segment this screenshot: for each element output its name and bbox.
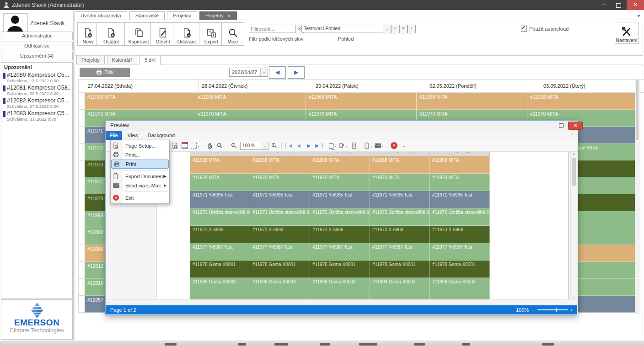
settings-button[interactable]: Nastavení xyxy=(615,22,639,44)
date-picker[interactable]: 2022/04/27 ⌄ xyxy=(229,68,268,77)
export-button[interactable]: XLS Export xyxy=(199,22,224,46)
row-selector-gutter[interactable] xyxy=(78,262,85,279)
my-filter-button[interactable]: Moje xyxy=(221,22,244,46)
scale-icon[interactable]: ⌄ xyxy=(191,142,200,150)
event-cell[interactable]: #11968 MITA xyxy=(417,93,527,110)
subtab-5-dni[interactable]: 5 dní xyxy=(140,56,161,65)
last-page-icon[interactable]: ▶▕ xyxy=(315,142,323,150)
preview-close-button[interactable]: ✕ xyxy=(568,122,583,130)
event-cell[interactable]: #11968 MITA xyxy=(527,93,638,110)
next-page-icon[interactable]: ▶ xyxy=(305,142,313,150)
window-minimize-button[interactable]: – xyxy=(596,0,611,10)
notification-item[interactable]: #12083 Kompresor C5... Schváleno, 3.6.20… xyxy=(1,110,72,122)
close-preview-icon[interactable]: ✕ xyxy=(390,142,398,150)
tab-projekty-active[interactable]: Projekty✕ xyxy=(199,11,237,20)
subtab-kalendar[interactable]: Kalendář xyxy=(107,56,137,64)
event-cell[interactable]: #11968 MITA xyxy=(306,93,417,110)
export-document-icon[interactable]: ⌄ xyxy=(364,142,373,150)
row-selector-gutter[interactable] xyxy=(78,160,85,177)
zoom-increase-icon[interactable]: + xyxy=(570,305,573,314)
date-dropdown-icon[interactable]: ⌄ xyxy=(260,68,268,76)
next-day-button[interactable]: ▶ xyxy=(288,66,305,79)
menubar-chevron-icon[interactable]: ⌄ xyxy=(570,132,574,136)
row-selector-gutter[interactable] xyxy=(78,228,85,245)
menu-item-export-document[interactable]: Export Document... ▶ xyxy=(111,172,169,181)
zoom-out-icon[interactable] xyxy=(230,142,238,150)
menu-item-send-email[interactable]: Send via E-Mail... ▶ xyxy=(111,181,169,190)
previous-page-icon[interactable]: ◀ xyxy=(295,142,303,150)
page-setup-icon[interactable] xyxy=(171,142,179,150)
window-close-button[interactable]: ✕ xyxy=(627,0,644,10)
autoreload-checkbox[interactable]: Použít autoreload xyxy=(521,26,569,32)
notification-item[interactable]: #12080 Kompresor C5... Schváleno, 13.5.2… xyxy=(1,71,72,84)
row-selector-gutter[interactable] xyxy=(78,211,85,228)
scroll-up-icon[interactable]: ∧ xyxy=(571,152,577,156)
row-selector-gutter[interactable] xyxy=(78,279,85,296)
menu-file[interactable]: File xyxy=(106,131,122,140)
row-selector-gutter[interactable] xyxy=(78,127,85,144)
row-selector-gutter[interactable] xyxy=(78,93,85,110)
open-button[interactable]: Otevřít xyxy=(150,22,175,46)
notification-item[interactable]: #12081 Kompresor C58... Schváleno, 20.5.… xyxy=(1,84,72,97)
scrollbar-thumb[interactable] xyxy=(572,158,576,186)
menu-item-print-dialog[interactable]: Print... xyxy=(111,150,169,160)
preview-horizontal-scrollbar[interactable]: ‹ › xyxy=(106,299,577,306)
magnifier-icon[interactable] xyxy=(216,142,224,150)
zoom-slider[interactable] xyxy=(537,309,568,310)
preview-minimize-button[interactable]: − xyxy=(542,122,554,129)
event-cell[interactable]: #11968 MITA xyxy=(85,93,195,110)
row-selector-gutter[interactable] xyxy=(78,296,85,313)
multiple-pages-icon[interactable]: ⌄ xyxy=(329,142,337,150)
sidebar-alerts-button[interactable]: Upozornění (4) xyxy=(1,52,73,60)
notification-item[interactable]: #12082 Kompresor C5... Schváleno, 27.5.2… xyxy=(1,97,72,110)
view-delete-icon[interactable]: ✕ xyxy=(399,25,408,33)
scroll-down-icon[interactable]: ⌄ xyxy=(571,295,577,299)
row-selector-gutter[interactable] xyxy=(78,110,85,127)
calendar-vertical-scrollbar[interactable] xyxy=(635,79,640,314)
new-button[interactable]: Nový xyxy=(77,22,99,46)
previous-day-button[interactable]: ◀ xyxy=(269,66,286,79)
sidebar-role-button[interactable]: Administrátor xyxy=(1,32,73,40)
menu-item-exit[interactable]: ✕ Exit xyxy=(111,193,169,202)
subtab-projekty[interactable]: Projekty xyxy=(76,56,105,64)
preview-maximize-button[interactable] xyxy=(555,122,567,129)
header-footer-icon[interactable] xyxy=(181,142,189,150)
zoom-combo[interactable]: 100 %⌄ xyxy=(240,142,268,150)
first-page-icon[interactable]: ▏◀ xyxy=(284,142,293,150)
watermark-icon[interactable] xyxy=(350,142,358,150)
menu-view[interactable]: View xyxy=(123,131,143,140)
tab-close-icon[interactable]: ✕ xyxy=(227,13,231,18)
email-icon[interactable]: ⌄ xyxy=(375,142,384,150)
hand-tool-icon[interactable] xyxy=(206,142,214,150)
zoom-in-icon[interactable] xyxy=(270,142,279,150)
view-select[interactable]: Testovací Pohled xyxy=(301,25,386,32)
zoom-decrease-icon[interactable]: − xyxy=(531,305,534,314)
view-dropdown-icon[interactable]: ⌄ xyxy=(383,25,391,33)
preview-vertical-scrollbar[interactable]: ∧ ⌄ xyxy=(570,152,577,299)
menu-background[interactable]: Background xyxy=(144,131,179,140)
tab-uvodni-obrazovka[interactable]: Úvodní obrazovka xyxy=(75,11,127,20)
menu-item-print[interactable]: Print xyxy=(111,160,169,169)
print-button[interactable]: Tisk xyxy=(80,68,130,77)
event-cell[interactable]: #11968 MITA xyxy=(195,93,306,110)
row-selector-gutter[interactable] xyxy=(78,144,85,160)
delete-button[interactable]: Odstranit xyxy=(173,22,201,46)
copy-button[interactable]: Kopírovat xyxy=(124,22,153,46)
tab-stanoviste[interactable]: Stanoviště xyxy=(129,11,165,20)
scrollbar-thumb[interactable] xyxy=(636,80,639,140)
view-add-icon[interactable]: + xyxy=(408,25,416,33)
toolbar-overflow-icon[interactable]: ⌄ xyxy=(400,142,408,150)
row-selector-gutter[interactable] xyxy=(78,194,85,211)
page-color-icon[interactable]: ⌄ xyxy=(339,142,348,150)
other-button[interactable]: Ostatní xyxy=(97,22,126,46)
tab-projekty[interactable]: Projekty xyxy=(167,11,197,20)
menu-item-page-setup[interactable]: Page Setup... xyxy=(111,141,169,150)
filter-input[interactable] xyxy=(249,25,296,32)
zoom-slider-thumb[interactable] xyxy=(556,308,557,312)
tabstrip-overflow-icon[interactable]: ▼ xyxy=(637,14,641,18)
window-maximize-button[interactable] xyxy=(611,0,626,10)
sidebar-logout-button[interactable]: Odhlásit se xyxy=(1,42,73,50)
view-apply-icon[interactable]: ✓ xyxy=(391,25,399,33)
row-selector-gutter[interactable] xyxy=(78,245,85,262)
row-selector-gutter[interactable] xyxy=(78,177,85,194)
